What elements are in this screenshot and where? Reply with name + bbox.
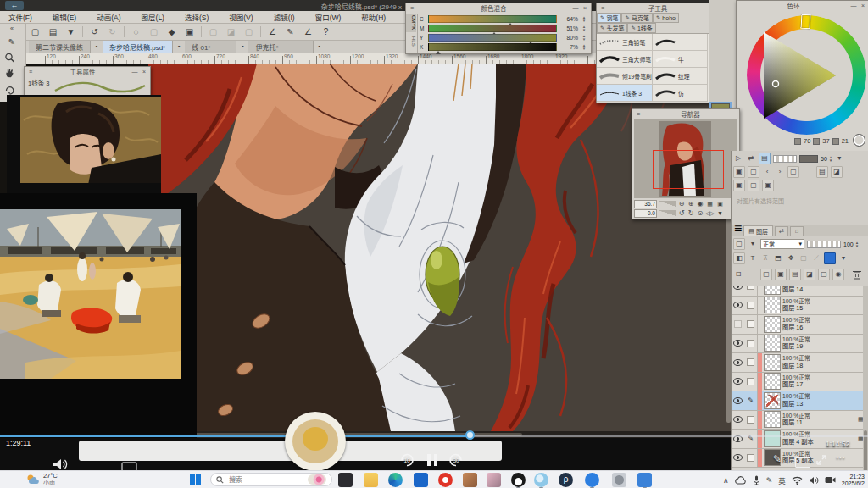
transform-icon[interactable]: ✥ [786,253,796,263]
rotate-right-icon[interactable]: ↻ [687,209,695,218]
flip-horizontal-icon[interactable]: ◁▷ [705,210,715,217]
sv-triangle[interactable] [747,15,866,135]
panel-menu-icon[interactable]: ≡ [734,221,742,236]
layer-thumbnail[interactable] [764,411,781,428]
panel-list-icon[interactable]: ⊟ [733,269,743,280]
eye-icon[interactable] [733,454,743,461]
eye-icon-hidden[interactable] [734,320,742,328]
stepper[interactable]: ▴▾ [581,25,587,31]
reset-rotation-icon[interactable]: ⊙ [696,209,704,218]
trash-icon[interactable] [853,269,863,280]
zoom-tool-icon[interactable] [4,53,19,66]
next-icon[interactable]: › [775,167,785,177]
rotate-left-icon[interactable]: ↺ [677,209,686,218]
rotate-value[interactable]: 0.0 [634,209,657,218]
layer-thumbnail[interactable] [764,297,781,313]
tab-document-2-active[interactable]: 杂步哈尼线稿.psd* [103,41,173,53]
minimize-icon[interactable]: — [572,5,579,11]
panel-menu-icon[interactable]: ≡ [599,5,606,11]
panel-menu-icon[interactable]: ≡ [409,5,415,11]
qq-icon[interactable] [511,473,526,487]
app-blue-circle-icon[interactable] [585,473,599,487]
brush-item[interactable]: 牛 [653,51,708,68]
menu-view[interactable]: 视图(V) [229,12,253,22]
taskbar-clock[interactable]: 21:23 2025/6/2 [842,474,865,487]
select-sub-icon[interactable]: ▢ [787,166,799,178]
search-highlight-image[interactable] [308,474,326,485]
layer-color-blue-swatch[interactable] [824,252,836,264]
file-explorer-icon[interactable] [364,473,378,487]
opacity-slider[interactable] [807,241,841,248]
layer-checkbox[interactable] [747,340,754,347]
actual-size-icon[interactable]: ▦ [705,201,715,208]
brush-item[interactable]: 倾19骨笔刷 [597,68,653,85]
layer-checkbox[interactable] [747,358,754,366]
folder-open-icon[interactable]: ▤ [816,166,828,178]
forward-30-button[interactable]: 30 [448,452,466,470]
player-more-icon[interactable]: ⋯ [836,452,845,463]
eye-icon[interactable] [733,378,743,385]
layer-checkbox[interactable] [747,378,754,385]
menu-file[interactable]: 文件(F) [8,12,32,22]
player-annotate-icon[interactable]: ✎ [773,453,782,465]
layer-checkbox[interactable] [747,320,754,328]
stepper[interactable]: ▴▾ [581,34,587,41]
weather-widget[interactable]: 27°C 小雨 [25,472,58,486]
zoom-fit-icon[interactable]: ◉ [696,200,704,208]
rewind-10-button[interactable]: 10 [398,452,417,470]
brush-item[interactable]: 三角大师笔 [597,51,653,68]
open-file-icon[interactable]: ▤ [47,25,59,38]
tab-animation[interactable]: ⌂ [790,226,804,236]
tab-document-4[interactable]: 伊克托* [248,41,313,53]
layer-thumbnail[interactable] [764,354,781,371]
menu-layer[interactable]: 图层(L) [142,12,164,22]
zoom-slider[interactable] [658,201,676,207]
layer-thumbnail[interactable] [764,392,781,409]
new-folder-icon[interactable]: ▤ [789,269,801,280]
layer-color-icon[interactable]: ▢ [733,238,745,250]
rotate-slider[interactable] [658,210,676,216]
dropdown-icon[interactable]: ▾ [834,153,844,164]
zoom-value[interactable]: 36.7 [634,200,657,208]
video-progress-handle[interactable] [465,430,475,440]
layer-row[interactable]: 100 %正常图层 16 [732,315,868,335]
select-icon[interactable]: ▢ [147,25,160,38]
app-p-icon[interactable]: ρ [559,473,573,487]
app-blue-bird-icon[interactable] [534,473,548,487]
mask-icon[interactable]: ◧ [733,252,745,264]
layer-row[interactable]: 100 %正常图层 11 ▦ [732,411,868,430]
layer-thumbnail[interactable] [764,373,781,390]
hand-tool-icon[interactable] [4,68,19,81]
layer-thumbnail[interactable] [764,316,781,333]
search-input[interactable] [227,475,298,485]
app-blue-rounded-icon[interactable] [637,473,652,487]
select-add-icon[interactable]: ▢ [748,166,760,178]
tab-layer-property[interactable]: ⇄ [775,226,788,236]
channel-slider[interactable] [428,15,557,23]
channel-slider[interactable] [428,34,557,42]
layer-thumbnail[interactable] [764,430,781,447]
close-icon[interactable]: × [581,5,588,11]
subtool-tab-hoho[interactable]: ✎hoho [653,13,679,23]
gradient-icon[interactable]: ◪ [225,25,237,38]
merge-layer-icon[interactable]: ▢ [818,269,830,280]
video-progress-played[interactable] [0,435,470,437]
new-layer-2-icon[interactable]: ▣ [775,269,787,280]
edge-browser-icon[interactable] [388,473,403,487]
speaker-icon[interactable] [809,476,819,485]
layer-row[interactable]: 100 %正常图层 19 [732,335,868,354]
flip-vertical-icon[interactable]: ▼ [715,210,725,216]
curve-tool-icon[interactable]: ✎ [284,25,297,38]
shape-icon[interactable]: ▢ [242,25,255,38]
eye-icon[interactable] [733,359,743,366]
stepper[interactable]: ▴▾ [581,43,587,50]
app-blue-square-icon[interactable] [414,473,428,487]
minimize-icon[interactable]: — [850,3,857,8]
layer-row-selected[interactable]: ✎ 100 %正常图层 13 [732,391,868,411]
layer-row[interactable]: 100 %正常图层 14 [732,286,868,297]
microphone-icon[interactable] [753,475,760,485]
zoom-in-icon[interactable]: ⊕ [687,200,695,208]
menu-window[interactable]: 窗口(W) [315,12,342,22]
eye-icon[interactable] [733,286,743,290]
duplicate-icon[interactable]: ◪ [831,166,843,178]
